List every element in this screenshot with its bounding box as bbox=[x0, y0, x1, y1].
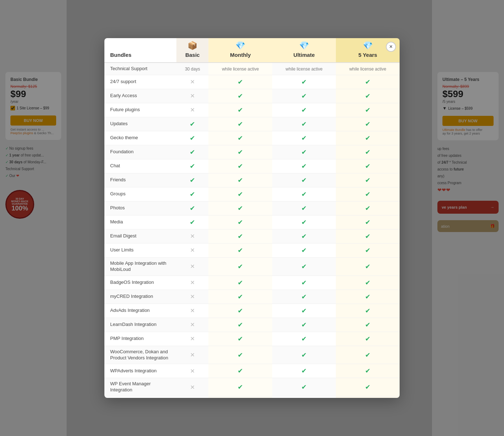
check-icon: ✔ bbox=[301, 135, 307, 142]
monthly-cell: ✔ bbox=[208, 215, 272, 229]
table-row: WooCommerce, Dokan and Product Vendors I… bbox=[104, 346, 400, 364]
cross-icon: ✕ bbox=[190, 368, 195, 374]
check-icon: ✔ bbox=[365, 383, 370, 391]
5years-cell: ✔ bbox=[336, 243, 400, 257]
basic-cell: ✕ bbox=[176, 103, 208, 117]
check-icon: ✔ bbox=[238, 163, 243, 170]
monthly-cell: ✔ bbox=[208, 89, 272, 103]
check-icon: ✔ bbox=[238, 78, 243, 86]
ultimate-cell: ✔ bbox=[272, 257, 336, 276]
feature-name-cell: Future plugins bbox=[104, 103, 176, 117]
basic-cell: ✔ bbox=[176, 131, 208, 145]
feature-name: BadgeOS Integration bbox=[110, 280, 154, 285]
basic-header: 📦 Basic bbox=[176, 38, 208, 63]
basic-cell: ✕ bbox=[176, 364, 208, 378]
table-row: Media✔✔✔✔ bbox=[104, 215, 400, 229]
ultimate-cell: ✔ bbox=[272, 276, 336, 290]
table-row: BadgeOS Integration✕✔✔✔ bbox=[104, 276, 400, 290]
check-icon: ✔ bbox=[301, 307, 307, 314]
5years-cell: ✔ bbox=[336, 378, 400, 396]
ultimate-cell: ✔ bbox=[272, 173, 336, 187]
monthly-cell: ✔ bbox=[208, 318, 272, 332]
5years-cell: ✔ bbox=[336, 290, 400, 304]
ultimate-cell: ✔ bbox=[272, 396, 336, 398]
5years-cell: ✔ bbox=[336, 257, 400, 276]
monthly-cell: ✔ bbox=[208, 103, 272, 117]
table-row: WP Event Manager Integration✕✔✔✔ bbox=[104, 378, 400, 396]
5years-cell: ✔ bbox=[336, 145, 400, 159]
ultimate-cell: ✔ bbox=[272, 89, 336, 103]
feature-name: Media bbox=[110, 219, 123, 224]
check-icon: ✔ bbox=[301, 149, 307, 156]
feature-name: PMP Integration bbox=[110, 336, 144, 341]
feature-name: Photos bbox=[110, 205, 125, 210]
basic-cell: ✕ bbox=[176, 396, 208, 398]
check-icon: ✔ bbox=[301, 247, 307, 254]
basic-cell: ✕ bbox=[176, 346, 208, 364]
table-row: Mobile App Integration with MobiLoud✕✔✔✔ bbox=[104, 257, 400, 276]
monthly-header: 💎 Monthly bbox=[208, 38, 272, 63]
check-icon: ✔ bbox=[238, 383, 243, 391]
feature-name: WP Event Manager Integration bbox=[110, 381, 150, 392]
check-icon: ✔ bbox=[365, 78, 370, 86]
bundles-header: Bundles bbox=[104, 38, 176, 63]
5years-cell: ✔ bbox=[336, 276, 400, 290]
ultimate-cell: while license active bbox=[272, 63, 336, 75]
check-icon: ✔ bbox=[190, 149, 195, 156]
check-icon: ✔ bbox=[238, 307, 243, 314]
cross-icon: ✕ bbox=[190, 294, 195, 300]
feature-name: WPAdverts Integration bbox=[110, 368, 157, 373]
check-icon: ✔ bbox=[301, 351, 307, 359]
feature-name: Chat bbox=[110, 163, 120, 168]
ultimate-cell: ✔ bbox=[272, 131, 336, 145]
basic-plan-label: Basic bbox=[185, 52, 200, 58]
monthly-cell: ✔ bbox=[208, 229, 272, 243]
check-icon: ✔ bbox=[238, 247, 243, 254]
5years-cell: while license active bbox=[336, 63, 400, 75]
monthly-cell: ✔ bbox=[208, 159, 272, 173]
check-icon: ✔ bbox=[365, 307, 370, 314]
table-row: myCRED Integration✕✔✔✔ bbox=[104, 290, 400, 304]
check-icon: ✔ bbox=[301, 219, 307, 226]
table-row: AdvAds Integration✕✔✔✔ bbox=[104, 304, 400, 318]
check-icon: ✔ bbox=[365, 279, 370, 286]
monthly-cell: ✔ bbox=[208, 257, 272, 276]
check-icon: ✔ bbox=[238, 335, 243, 342]
monthly-cell: ✔ bbox=[208, 304, 272, 318]
monthly-cell: ✔ bbox=[208, 276, 272, 290]
check-icon: ✔ bbox=[365, 135, 370, 142]
cross-icon: ✕ bbox=[190, 263, 195, 269]
modal-close-button[interactable]: × bbox=[386, 42, 396, 52]
check-icon: ✔ bbox=[238, 92, 243, 100]
feature-name: Technical Support bbox=[110, 66, 147, 71]
check-icon: ✔ bbox=[365, 233, 370, 240]
monthly-cell: ✔ bbox=[208, 332, 272, 346]
ultimate-cell: ✔ bbox=[272, 243, 336, 257]
monthly-cell: ✔ bbox=[208, 378, 272, 396]
cross-icon: ✕ bbox=[190, 107, 195, 113]
ultimate-cell: ✔ bbox=[272, 215, 336, 229]
check-icon: ✔ bbox=[238, 121, 243, 128]
5years-cell: ✔ bbox=[336, 318, 400, 332]
check-icon: ✔ bbox=[301, 163, 307, 170]
check-icon: ✔ bbox=[238, 205, 243, 212]
check-icon: ✔ bbox=[238, 367, 243, 374]
feature-name-cell: Gecko theme bbox=[104, 131, 176, 145]
5years-cell: ✔ bbox=[336, 173, 400, 187]
feature-name-cell: Early Access bbox=[104, 89, 176, 103]
feature-name: myCRED Integration bbox=[110, 294, 153, 299]
feature-name: 24/7 support bbox=[110, 79, 136, 84]
monthly-plan-label: Monthly bbox=[230, 52, 251, 58]
comparison-table: Bundles 📦 Basic 💎 Monthly 💎 Ultimate bbox=[104, 38, 400, 398]
5years-cell: ✔ bbox=[336, 229, 400, 243]
feature-name-cell: Technical Support bbox=[104, 63, 176, 75]
check-icon: ✔ bbox=[365, 163, 370, 170]
check-icon: ✔ bbox=[238, 135, 243, 142]
5years-cell: ✔ bbox=[336, 396, 400, 398]
feature-name-cell: Media bbox=[104, 215, 176, 229]
check-icon: ✔ bbox=[190, 135, 195, 142]
basic-cell: ✕ bbox=[176, 243, 208, 257]
cross-icon: ✕ bbox=[190, 384, 195, 390]
table-row: Technical Support30 dayswhile license ac… bbox=[104, 63, 400, 75]
feature-name-cell: Chat bbox=[104, 159, 176, 173]
